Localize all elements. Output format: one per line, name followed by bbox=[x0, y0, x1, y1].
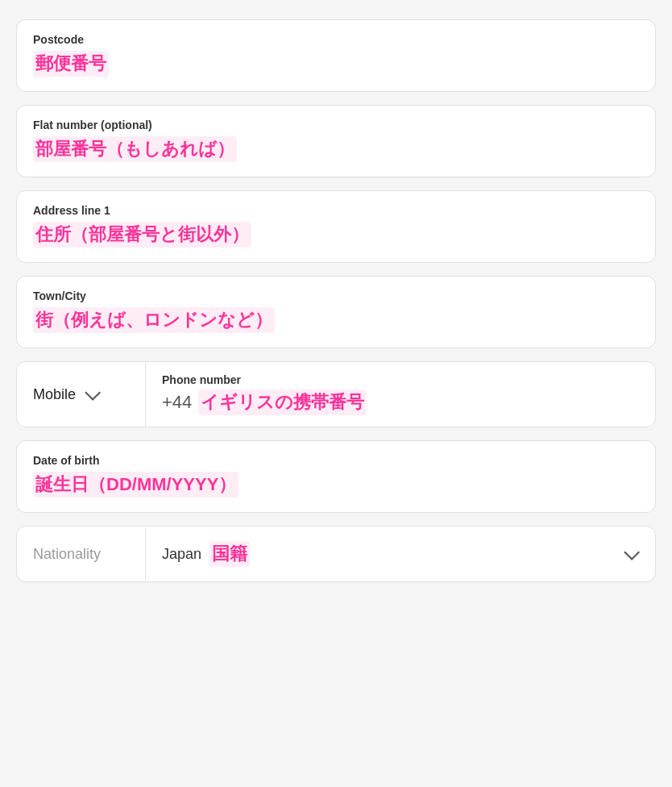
town-city-label: Town/City bbox=[33, 289, 639, 302]
town-city-placeholder: 街（例えば、ロンドンなど） bbox=[33, 307, 275, 333]
nationality-jp-label: 国籍 bbox=[209, 541, 250, 567]
phone-label: Phone number bbox=[162, 373, 639, 386]
phone-type-label: Mobile bbox=[33, 386, 76, 403]
phone-prefix: +44 bbox=[162, 392, 192, 413]
address-line1-label: Address line 1 bbox=[33, 204, 639, 217]
form-container: Postcode 郵便番号 Flat number (optional) 部屋番… bbox=[16, 19, 656, 582]
postcode-placeholder: 郵便番号 bbox=[33, 51, 109, 77]
dob-placeholder: 誕生日（DD/MM/YYYY） bbox=[33, 472, 239, 498]
nationality-field: Nationality Japan 国籍 bbox=[16, 526, 656, 582]
flat-number-placeholder: 部屋番号（もしあれば） bbox=[33, 136, 237, 162]
phone-field: Mobile Phone number +44 イギリスの携帯番号 bbox=[16, 361, 656, 427]
dob-label: Date of birth bbox=[33, 454, 639, 467]
town-city-field[interactable]: Town/City 街（例えば、ロンドンなど） bbox=[16, 276, 656, 348]
phone-type-selector[interactable]: Mobile bbox=[17, 362, 146, 427]
phone-type-chevron-icon bbox=[82, 385, 100, 403]
postcode-label: Postcode bbox=[33, 33, 639, 46]
phone-placeholder: イギリスの携帯番号 bbox=[198, 389, 367, 415]
nationality-value-text: Japan 国籍 bbox=[162, 541, 250, 567]
dob-field[interactable]: Date of birth 誕生日（DD/MM/YYYY） bbox=[16, 440, 656, 513]
nationality-label: Nationality bbox=[17, 528, 146, 581]
address-line1-field[interactable]: Address line 1 住所（部屋番号と街以外） bbox=[16, 190, 656, 263]
nationality-country: Japan bbox=[162, 546, 201, 563]
phone-input-area[interactable]: Phone number +44 イギリスの携帯番号 bbox=[146, 362, 655, 427]
nationality-chevron-icon bbox=[621, 545, 639, 563]
address-line1-placeholder: 住所（部屋番号と街以外） bbox=[33, 222, 251, 248]
postcode-field[interactable]: Postcode 郵便番号 bbox=[16, 19, 656, 92]
phone-value-row: +44 イギリスの携帯番号 bbox=[162, 389, 639, 415]
nationality-selector[interactable]: Japan 国籍 bbox=[146, 527, 655, 581]
flat-number-field[interactable]: Flat number (optional) 部屋番号（もしあれば） bbox=[16, 105, 656, 177]
flat-number-label: Flat number (optional) bbox=[33, 119, 639, 131]
